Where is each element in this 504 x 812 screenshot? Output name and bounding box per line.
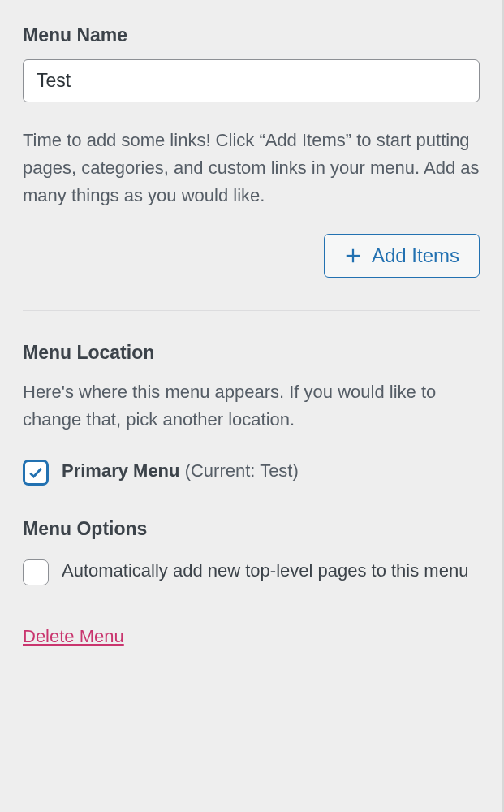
menu-name-section: Menu Name — [23, 24, 480, 102]
menu-options-heading: Menu Options — [23, 518, 480, 540]
menu-location-section: Menu Location Here's where this menu app… — [23, 342, 480, 486]
primary-menu-current: (Current: Test) — [185, 460, 299, 481]
menu-options-section: Menu Options Automatically add new top-l… — [23, 518, 480, 585]
add-items-button[interactable]: Add Items — [324, 234, 480, 278]
menu-name-label: Menu Name — [23, 24, 480, 46]
auto-add-label[interactable]: Automatically add new top-level pages to… — [62, 558, 468, 584]
menu-location-description: Here's where this menu appears. If you w… — [23, 378, 480, 434]
primary-menu-checkbox[interactable] — [23, 460, 49, 486]
primary-menu-label[interactable]: Primary Menu (Current: Test) — [62, 458, 299, 484]
check-icon — [28, 464, 44, 481]
menu-editor-panel: Menu Name Time to add some links! Click … — [23, 24, 480, 647]
add-items-row: Add Items — [23, 234, 480, 278]
auto-add-checkbox[interactable] — [23, 559, 49, 585]
add-items-button-label: Add Items — [372, 244, 459, 267]
primary-menu-label-text: Primary Menu — [62, 460, 180, 481]
auto-add-row[interactable]: Automatically add new top-level pages to… — [23, 558, 480, 585]
menu-hint-text: Time to add some links! Click “Add Items… — [23, 127, 480, 209]
menu-name-input[interactable] — [23, 59, 480, 102]
delete-menu-link[interactable]: Delete Menu — [23, 626, 124, 647]
plus-icon — [344, 247, 362, 265]
section-divider — [23, 310, 480, 311]
primary-menu-row[interactable]: Primary Menu (Current: Test) — [23, 458, 480, 486]
menu-location-heading: Menu Location — [23, 342, 480, 364]
